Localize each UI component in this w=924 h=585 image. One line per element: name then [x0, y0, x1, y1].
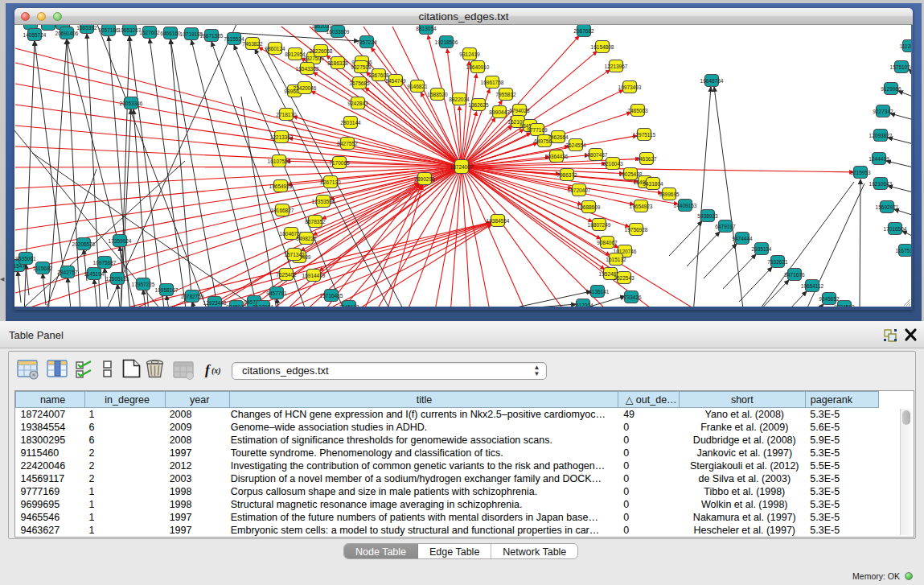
- svg-text:1733426: 1733426: [621, 295, 642, 300]
- svg-text:8215953: 8215953: [850, 170, 871, 175]
- svg-text:12975115: 12975115: [633, 132, 656, 138]
- svg-text:5938923: 5938923: [697, 213, 718, 219]
- svg-text:7462664: 7462664: [548, 134, 569, 140]
- svg-text:12213967: 12213967: [605, 64, 628, 69]
- svg-text:18640910: 18640910: [466, 64, 490, 70]
- svg-text:1527602: 1527602: [139, 30, 160, 35]
- svg-text:9242843: 9242843: [347, 101, 368, 106]
- svg-text:9777169: 9777169: [527, 127, 548, 133]
- svg-text:8454749: 8454749: [385, 78, 406, 84]
- svg-text:1588520: 1588520: [427, 92, 448, 97]
- svg-text:8471676: 8471676: [784, 272, 805, 278]
- svg-text:7986372: 7986372: [556, 172, 577, 178]
- svg-text:9129966: 9129966: [881, 86, 901, 92]
- svg-text:8267130: 8267130: [320, 179, 341, 185]
- svg-text:10688609: 10688609: [577, 204, 601, 210]
- svg-text:7463822: 7463822: [242, 41, 263, 47]
- svg-text:12213363: 12213363: [270, 134, 294, 140]
- svg-text:7485063: 7485063: [627, 108, 648, 113]
- svg-text:20364436: 20364436: [545, 154, 569, 159]
- svg-text:12923448: 12923448: [203, 300, 227, 306]
- svg-text:8990443: 8990443: [489, 109, 510, 115]
- svg-text:1615132: 1615132: [606, 257, 626, 262]
- svg-text:6466160: 6466160: [160, 31, 181, 36]
- svg-text:7170065: 7170065: [329, 160, 350, 166]
- svg-text:19654923: 19654923: [630, 204, 653, 209]
- svg-text:5498222: 5498222: [296, 236, 317, 241]
- svg-text:8912954: 8912954: [285, 51, 306, 57]
- svg-text:7357224: 7357224: [356, 39, 377, 45]
- svg-text:19654925: 19654925: [269, 183, 293, 189]
- svg-text:9312419: 9312419: [459, 51, 480, 57]
- svg-text:14055724: 14055724: [23, 32, 47, 38]
- svg-text:16671385: 16671385: [200, 33, 224, 39]
- svg-text:10807487: 10807487: [585, 152, 608, 158]
- svg-text:15751074: 15751074: [890, 64, 911, 70]
- svg-text:(x): (x): [211, 366, 221, 376]
- svg-text:14136141: 14136141: [586, 289, 610, 295]
- svg-text:3675685: 3675685: [349, 80, 370, 86]
- svg-text:2522543: 2522543: [614, 275, 634, 281]
- svg-text:9899695: 9899695: [659, 192, 680, 197]
- svg-text:16543362: 16543362: [296, 66, 319, 72]
- svg-text:8813054: 8813054: [416, 26, 437, 31]
- svg-text:16154808: 16154808: [591, 44, 614, 50]
- svg-text:14409153: 14409153: [674, 203, 697, 208]
- svg-text:2935114: 2935114: [752, 246, 772, 252]
- svg-text:2718170: 2718170: [276, 112, 297, 117]
- svg-text:2087682: 2087682: [573, 28, 594, 34]
- svg-text:9327508: 9327508: [351, 64, 372, 70]
- svg-text:10025438: 10025438: [619, 171, 643, 177]
- svg-text:10653267: 10653267: [118, 27, 142, 33]
- svg-text:1244419: 1244419: [869, 156, 889, 162]
- svg-text:2367608: 2367608: [368, 72, 389, 78]
- svg-text:7515524: 7515524: [224, 36, 244, 42]
- svg-text:9245652: 9245652: [819, 296, 840, 302]
- svg-text:7955812: 7955812: [495, 92, 516, 97]
- svg-text:19756928: 19756928: [625, 227, 648, 233]
- svg-text:16107553: 16107553: [268, 159, 291, 164]
- svg-text:6794028: 6794028: [509, 108, 530, 113]
- svg-text:8427552: 8427552: [337, 141, 358, 146]
- svg-text:12505135: 12505135: [106, 276, 129, 282]
- svg-text:16210643: 16210643: [869, 181, 893, 187]
- svg-text:9860124: 9860124: [265, 46, 285, 51]
- svg-text:20053346: 20053346: [120, 101, 143, 106]
- svg-text:3624554: 3624554: [565, 142, 586, 148]
- svg-text:23226058: 23226058: [310, 48, 333, 54]
- svg-text:9463627: 9463627: [636, 156, 657, 162]
- svg-text:15720407: 15720407: [568, 187, 591, 193]
- svg-text:8123904: 8123904: [253, 304, 273, 307]
- svg-text:9535061: 9535061: [15, 256, 36, 262]
- svg-text:12353594: 12353594: [312, 199, 335, 204]
- svg-text:9146821: 9146821: [407, 84, 428, 89]
- svg-text:8822034: 8822034: [449, 97, 470, 102]
- svg-text:6479197: 6479197: [715, 224, 736, 229]
- svg-text:16648784: 16648784: [700, 78, 724, 84]
- svg-text:7625402: 7625402: [276, 272, 297, 278]
- svg-text:1115682: 1115682: [33, 266, 53, 271]
- svg-text:19218506: 19218506: [435, 39, 458, 45]
- svg-text:1112853: 1112853: [900, 43, 911, 49]
- svg-text:9474444: 9474444: [732, 236, 753, 241]
- svg-text:15716485: 15716485: [320, 293, 343, 299]
- svg-text:1665392: 1665392: [76, 25, 97, 31]
- svg-text:1571342: 1571342: [284, 252, 305, 257]
- svg-text:7345112: 7345112: [339, 304, 359, 307]
- svg-text:2942757: 2942757: [57, 270, 78, 275]
- svg-text:19384554: 19384554: [487, 218, 510, 224]
- svg-text:12093822: 12093822: [869, 133, 893, 138]
- svg-text:9057186: 9057186: [98, 27, 119, 33]
- svg-text:17359924: 17359924: [109, 238, 132, 244]
- svg-text:6216043: 6216043: [602, 161, 623, 167]
- svg-text:1167533: 1167533: [896, 248, 911, 253]
- svg-text:9084067: 9084067: [597, 240, 618, 245]
- svg-text:1145194: 1145194: [84, 271, 105, 277]
- svg-text:10654112: 10654112: [801, 283, 824, 289]
- svg-text:9431804: 9431804: [643, 181, 663, 187]
- svg-text:19166827: 19166827: [271, 208, 294, 213]
- svg-text:16782759: 16782759: [181, 294, 204, 299]
- svg-text:9457791: 9457791: [266, 290, 287, 296]
- svg-text:8612304: 8612304: [573, 303, 593, 307]
- svg-text:16961758: 16961758: [481, 80, 504, 85]
